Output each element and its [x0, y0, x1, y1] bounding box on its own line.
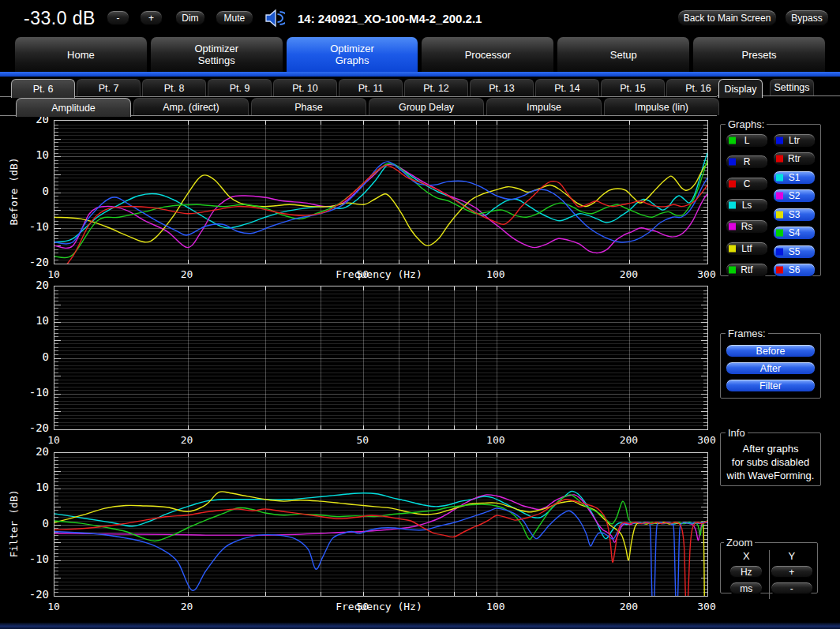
tab-amp-direct[interactable]: Amp. (direct): [133, 98, 249, 115]
vgrid: [363, 286, 364, 429]
htickR: [703, 319, 707, 320]
tab-group-delay[interactable]: Group Delay: [369, 98, 484, 115]
htickR: [701, 340, 707, 341]
tab-impulse[interactable]: Impulse: [486, 98, 602, 115]
tab-optimizer-graphs[interactable]: OptimizerGraphs: [286, 36, 419, 72]
speaker-icon[interactable]: [264, 9, 285, 28]
volume-plus-button[interactable]: +: [140, 10, 163, 26]
tab-pt-7[interactable]: Pt. 7: [77, 79, 141, 96]
htickR: [703, 343, 707, 344]
ylab: 0: [43, 517, 49, 530]
after-graph: 20100-10-20 102050100200300: [0, 286, 717, 451]
channel-toggle-ltf[interactable]: Ltf: [726, 241, 768, 256]
channel-toggle-s4[interactable]: S4: [773, 226, 816, 240]
mute-button[interactable]: Mute: [216, 10, 253, 26]
channel-toggle-rs[interactable]: Rs: [726, 219, 768, 234]
vgrid: [454, 286, 455, 429]
xlab: 20: [163, 601, 211, 612]
channel-toggle-s1[interactable]: S1: [773, 170, 816, 185]
channel-toggle-c[interactable]: C: [726, 177, 768, 191]
hgrid: [54, 376, 707, 376]
htickR: [703, 336, 707, 337]
htickL: [54, 361, 58, 362]
frame-toggle-after[interactable]: After: [726, 361, 816, 375]
htickL: [54, 422, 58, 423]
channel-toggle-s3[interactable]: S3: [773, 208, 816, 222]
zoom-x-hz-button[interactable]: Hz: [729, 565, 763, 578]
channel-toggle-l[interactable]: L: [726, 133, 768, 148]
channel-toggle-s6[interactable]: S6: [773, 263, 816, 277]
tab-processor[interactable]: Processor: [421, 36, 554, 72]
color-swatch-l: [729, 137, 736, 144]
vgrid: [321, 286, 321, 429]
channel-toggle-s5[interactable]: S5: [773, 245, 816, 259]
tab-pt-12[interactable]: Pt. 12: [404, 79, 468, 96]
vtickT: [321, 286, 321, 290]
filter-curve-S3: [54, 492, 704, 596]
ylab: 10: [36, 481, 49, 493]
xaxis-title: Frequency (Hz): [284, 601, 474, 612]
vgrid: [476, 286, 477, 429]
tab-pt-13[interactable]: Pt. 13: [470, 79, 534, 96]
ylab: 20: [36, 445, 49, 458]
dim-button[interactable]: Dim: [175, 10, 205, 26]
tab-settings[interactable]: Settings: [770, 79, 814, 95]
htickR: [703, 298, 707, 298]
htickL: [54, 394, 61, 395]
before-graph-x-axis-labels: 102050100200300Frequency (Hz): [54, 268, 707, 283]
tab-impulse-lin[interactable]: Impulse (lin): [604, 98, 719, 115]
channel-toggle-rtr[interactable]: Rtr: [773, 152, 816, 166]
ylab: 20: [36, 279, 49, 291]
xlab: 300: [683, 601, 730, 612]
tab-amplitude[interactable]: Amplitude: [16, 98, 131, 117]
tab-pt-6[interactable]: Pt. 6: [11, 79, 75, 98]
tab-pt-15[interactable]: Pt. 15: [601, 79, 665, 96]
bypass-button[interactable]: Bypass: [785, 9, 829, 27]
htickR: [703, 350, 707, 351]
channel-toggle-rtf[interactable]: Rtf: [726, 263, 768, 277]
hgrid: [54, 361, 707, 362]
tab-setup[interactable]: Setup: [557, 36, 690, 72]
zoom-y-column: Y + -: [769, 550, 815, 599]
ylab: -20: [29, 588, 49, 601]
back-to-main-screen-button[interactable]: Back to Main Screen: [677, 9, 777, 27]
ylab: 10: [36, 314, 49, 327]
vtickT: [629, 286, 630, 290]
xlab: 10: [30, 434, 77, 446]
tab-pt-8[interactable]: Pt. 8: [142, 79, 206, 96]
htickL: [54, 425, 58, 426]
zoom-y-minus-button[interactable]: -: [771, 582, 813, 595]
zoom-x-ms-button[interactable]: ms: [729, 582, 763, 595]
hgrid: [54, 390, 707, 391]
tab-pt-14[interactable]: Pt. 14: [535, 79, 599, 96]
channel-toggle-ltr[interactable]: Ltr: [773, 133, 816, 148]
graph-type-tab-bar: Amplitude Amp. (direct) Phase Group Dela…: [0, 97, 717, 116]
hgrid: [54, 411, 707, 412]
htickR: [703, 418, 707, 419]
channel-toggle-ls[interactable]: Ls: [726, 198, 768, 212]
vtickT: [476, 286, 477, 290]
hgrid: [54, 354, 707, 355]
tab-phase[interactable]: Phase: [251, 98, 366, 115]
tab-home[interactable]: Home: [14, 36, 148, 72]
htickL: [54, 305, 61, 305]
tab-optimizer-settings[interactable]: OptimizerSettings: [150, 36, 283, 72]
tab-presets[interactable]: Presets: [692, 36, 826, 72]
tab-pt-11[interactable]: Pt. 11: [339, 79, 403, 96]
volume-minus-button[interactable]: -: [107, 10, 129, 26]
tab-pt-10[interactable]: Pt. 10: [273, 79, 337, 96]
htickR: [701, 411, 707, 412]
before-graph: Before (dB) 20100-10-20 102050100200300F…: [0, 120, 717, 286]
channel-toggle-r[interactable]: R: [726, 155, 768, 169]
hgrid: [54, 294, 707, 294]
htickL: [54, 329, 58, 330]
vtickT: [265, 286, 266, 290]
channel-toggle-s2[interactable]: S2: [773, 189, 816, 203]
tab-display[interactable]: Display: [718, 79, 763, 98]
vtickB: [454, 425, 455, 429]
zoom-y-plus-button[interactable]: +: [771, 565, 813, 578]
tab-pt-9[interactable]: Pt. 9: [208, 79, 272, 96]
frame-toggle-filter[interactable]: Filter: [726, 379, 816, 392]
frame-toggle-before[interactable]: Before: [726, 344, 816, 358]
vtickB: [399, 425, 399, 429]
